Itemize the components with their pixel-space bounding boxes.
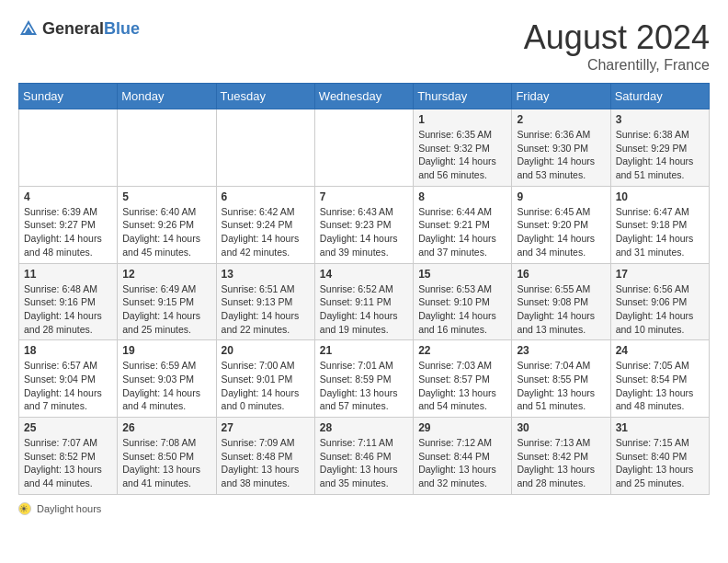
day-info: Sunrise: 7:07 AMSunset: 8:52 PMDaylight:…	[24, 436, 112, 490]
table-row: 3Sunrise: 6:38 AMSunset: 9:29 PMDaylight…	[610, 109, 709, 187]
legend-label: Daylight hours	[37, 503, 101, 514]
page-header: GeneralBlue August 2024 Charentilly, Fra…	[18, 18, 710, 74]
calendar-header-row: Sunday Monday Tuesday Wednesday Thursday…	[19, 84, 710, 109]
day-info: Sunrise: 6:55 AMSunset: 9:08 PMDaylight:…	[517, 282, 605, 337]
col-thursday: Thursday	[414, 84, 512, 109]
day-info: Sunrise: 6:59 AMSunset: 9:03 PMDaylight:…	[122, 359, 210, 413]
table-row: 10Sunrise: 6:47 AMSunset: 9:18 PMDayligh…	[610, 186, 709, 263]
day-number: 15	[418, 268, 506, 281]
table-row: 24Sunrise: 7:05 AMSunset: 8:54 PMDayligh…	[610, 340, 709, 418]
table-row: 4Sunrise: 6:39 AMSunset: 9:27 PMDaylight…	[19, 186, 118, 263]
day-number: 7	[320, 190, 408, 203]
table-row: 12Sunrise: 6:49 AMSunset: 9:15 PMDayligh…	[118, 263, 216, 340]
calendar-week-row: 25Sunrise: 7:07 AMSunset: 8:52 PMDayligh…	[19, 418, 710, 495]
table-row	[216, 109, 314, 187]
day-info: Sunrise: 6:47 AMSunset: 9:18 PMDaylight:…	[616, 205, 704, 259]
day-number: 14	[320, 268, 408, 281]
table-row: 21Sunrise: 7:01 AMSunset: 8:59 PMDayligh…	[314, 340, 413, 418]
table-row: 28Sunrise: 7:11 AMSunset: 8:46 PMDayligh…	[314, 418, 413, 495]
legend: ☀ Daylight hours	[18, 502, 710, 515]
day-info: Sunrise: 7:11 AMSunset: 8:46 PMDaylight:…	[320, 436, 408, 490]
month-title: August 2024	[524, 18, 710, 57]
day-number: 27	[222, 421, 310, 434]
col-monday: Monday	[118, 84, 216, 109]
table-row: 13Sunrise: 6:51 AMSunset: 9:13 PMDayligh…	[216, 263, 314, 340]
day-info: Sunrise: 6:48 AMSunset: 9:16 PMDaylight:…	[24, 282, 112, 337]
table-row: 23Sunrise: 7:04 AMSunset: 8:55 PMDayligh…	[512, 340, 610, 418]
day-info: Sunrise: 6:45 AMSunset: 9:20 PMDaylight:…	[517, 205, 605, 259]
calendar-week-row: 1Sunrise: 6:35 AMSunset: 9:32 PMDaylight…	[19, 109, 710, 187]
table-row: 7Sunrise: 6:43 AMSunset: 9:23 PMDaylight…	[314, 186, 413, 263]
calendar-week-row: 4Sunrise: 6:39 AMSunset: 9:27 PMDaylight…	[19, 186, 710, 263]
table-row: 15Sunrise: 6:53 AMSunset: 9:10 PMDayligh…	[414, 263, 512, 340]
day-number: 2	[517, 113, 605, 126]
col-saturday: Saturday	[610, 84, 709, 109]
day-info: Sunrise: 6:56 AMSunset: 9:06 PMDaylight:…	[616, 282, 704, 337]
table-row: 27Sunrise: 7:09 AMSunset: 8:48 PMDayligh…	[216, 418, 314, 495]
day-info: Sunrise: 7:05 AMSunset: 8:54 PMDaylight:…	[616, 359, 704, 413]
table-row: 19Sunrise: 6:59 AMSunset: 9:03 PMDayligh…	[118, 340, 216, 418]
day-info: Sunrise: 7:13 AMSunset: 8:42 PMDaylight:…	[517, 436, 605, 490]
day-info: Sunrise: 6:44 AMSunset: 9:21 PMDaylight:…	[418, 205, 506, 259]
table-row: 18Sunrise: 6:57 AMSunset: 9:04 PMDayligh…	[19, 340, 118, 418]
day-info: Sunrise: 6:40 AMSunset: 9:26 PMDaylight:…	[122, 205, 210, 259]
table-row: 20Sunrise: 7:00 AMSunset: 9:01 PMDayligh…	[216, 340, 314, 418]
table-row	[19, 109, 118, 187]
table-row: 1Sunrise: 6:35 AMSunset: 9:32 PMDaylight…	[414, 109, 512, 187]
day-number: 13	[222, 268, 310, 281]
table-row	[118, 109, 216, 187]
day-number: 12	[122, 268, 210, 281]
logo-general-text: General	[42, 19, 104, 38]
day-info: Sunrise: 6:38 AMSunset: 9:29 PMDaylight:…	[616, 128, 704, 182]
day-info: Sunrise: 6:42 AMSunset: 9:24 PMDaylight:…	[222, 205, 310, 259]
day-info: Sunrise: 6:36 AMSunset: 9:30 PMDaylight:…	[517, 128, 605, 182]
col-tuesday: Tuesday	[216, 84, 314, 109]
day-info: Sunrise: 6:39 AMSunset: 9:27 PMDaylight:…	[24, 205, 112, 259]
day-info: Sunrise: 6:52 AMSunset: 9:11 PMDaylight:…	[320, 282, 408, 337]
day-number: 1	[418, 113, 506, 126]
table-row: 29Sunrise: 7:12 AMSunset: 8:44 PMDayligh…	[414, 418, 512, 495]
table-row: 9Sunrise: 6:45 AMSunset: 9:20 PMDaylight…	[512, 186, 610, 263]
table-row: 6Sunrise: 6:42 AMSunset: 9:24 PMDaylight…	[216, 186, 314, 263]
table-row: 5Sunrise: 6:40 AMSunset: 9:26 PMDaylight…	[118, 186, 216, 263]
day-number: 23	[517, 344, 605, 357]
calendar-table: Sunday Monday Tuesday Wednesday Thursday…	[18, 83, 710, 495]
day-number: 26	[122, 421, 210, 434]
table-row: 11Sunrise: 6:48 AMSunset: 9:16 PMDayligh…	[19, 263, 118, 340]
legend-icon: ☀	[18, 502, 31, 515]
logo-blue-text: Blue	[104, 19, 140, 38]
location: Charentilly, France	[524, 57, 710, 74]
day-info: Sunrise: 7:08 AMSunset: 8:50 PMDaylight:…	[122, 436, 210, 490]
calendar-week-row: 11Sunrise: 6:48 AMSunset: 9:16 PMDayligh…	[19, 263, 710, 340]
day-number: 25	[24, 421, 112, 434]
day-info: Sunrise: 6:43 AMSunset: 9:23 PMDaylight:…	[320, 205, 408, 259]
day-number: 19	[122, 344, 210, 357]
day-info: Sunrise: 6:51 AMSunset: 9:13 PMDaylight:…	[222, 282, 310, 337]
day-number: 11	[24, 268, 112, 281]
day-info: Sunrise: 6:49 AMSunset: 9:15 PMDaylight:…	[122, 282, 210, 337]
day-info: Sunrise: 6:53 AMSunset: 9:10 PMDaylight:…	[418, 282, 506, 337]
day-info: Sunrise: 7:04 AMSunset: 8:55 PMDaylight:…	[517, 359, 605, 413]
day-number: 5	[122, 190, 210, 203]
day-number: 16	[517, 268, 605, 281]
day-number: 20	[222, 344, 310, 357]
day-info: Sunrise: 6:57 AMSunset: 9:04 PMDaylight:…	[24, 359, 112, 413]
day-number: 22	[418, 344, 506, 357]
logo-icon	[18, 18, 39, 39]
day-number: 17	[616, 268, 704, 281]
logo: GeneralBlue	[18, 18, 140, 39]
table-row: 2Sunrise: 6:36 AMSunset: 9:30 PMDaylight…	[512, 109, 610, 187]
col-friday: Friday	[512, 84, 610, 109]
title-block: August 2024 Charentilly, France	[524, 18, 710, 74]
day-number: 21	[320, 344, 408, 357]
day-number: 9	[517, 190, 605, 203]
day-number: 30	[517, 421, 605, 434]
table-row: 26Sunrise: 7:08 AMSunset: 8:50 PMDayligh…	[118, 418, 216, 495]
day-number: 4	[24, 190, 112, 203]
table-row: 16Sunrise: 6:55 AMSunset: 9:08 PMDayligh…	[512, 263, 610, 340]
table-row: 30Sunrise: 7:13 AMSunset: 8:42 PMDayligh…	[512, 418, 610, 495]
day-info: Sunrise: 7:01 AMSunset: 8:59 PMDaylight:…	[320, 359, 408, 413]
day-number: 24	[616, 344, 704, 357]
day-info: Sunrise: 7:03 AMSunset: 8:57 PMDaylight:…	[418, 359, 506, 413]
day-number: 6	[222, 190, 310, 203]
